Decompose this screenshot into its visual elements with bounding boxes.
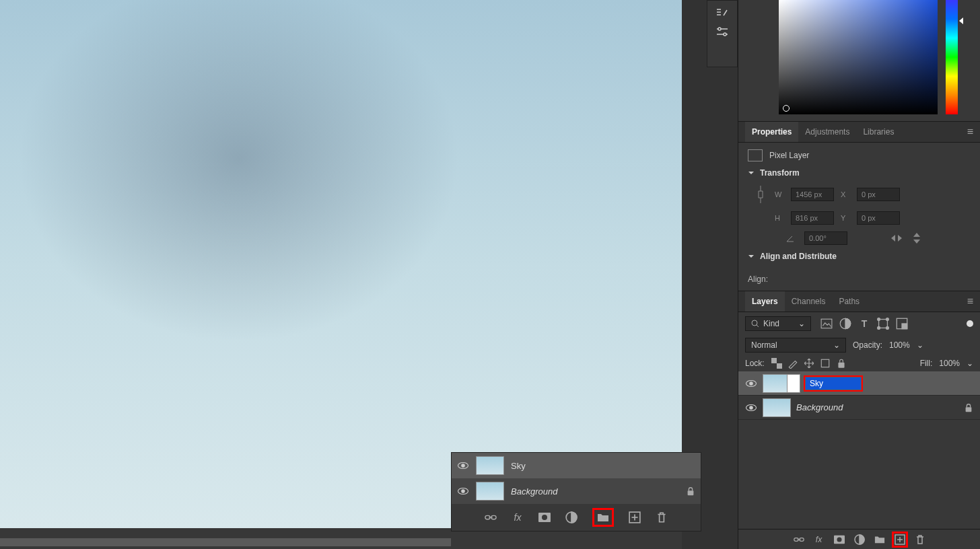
layer-thumbnail[interactable]	[476, 482, 504, 501]
svg-point-45	[837, 537, 841, 542]
link-wh-icon[interactable]	[756, 184, 765, 205]
hue-cursor[interactable]	[959, 17, 963, 24]
lock-move-icon[interactable]	[804, 358, 814, 369]
new-layer-icon[interactable]	[629, 511, 641, 523]
layer-name-label: Background	[511, 486, 557, 497]
color-field[interactable]	[779, 0, 938, 114]
svg-point-20	[724, 33, 726, 36]
folder-icon[interactable]	[597, 511, 609, 523]
lock-transparency-icon[interactable]	[771, 358, 782, 369]
layer-name-edit[interactable]	[806, 377, 861, 390]
visibility-icon[interactable]	[457, 486, 469, 496]
svg-rect-35	[838, 363, 844, 368]
panel-menu-icon[interactable]: ≡	[967, 295, 973, 307]
layer-row[interactable]	[738, 371, 980, 396]
layer-thumbnail[interactable]	[763, 398, 791, 417]
svg-rect-23	[821, 319, 832, 328]
adjustment-filter-icon[interactable]	[839, 318, 851, 330]
layer-row[interactable]: Sky	[452, 453, 701, 478]
svg-point-1	[462, 464, 465, 468]
width-label: W	[775, 190, 784, 198]
angle-icon	[785, 233, 795, 243]
trash-icon[interactable]	[656, 511, 668, 523]
opacity-value[interactable]: 100%	[889, 340, 910, 350]
svg-rect-31	[902, 324, 907, 329]
tab-libraries[interactable]: Libraries	[856, 122, 901, 142]
layer-row[interactable]: Background	[452, 478, 701, 504]
tab-properties[interactable]: Properties	[745, 122, 798, 142]
svg-point-28	[878, 327, 880, 330]
folder-icon[interactable]	[874, 534, 885, 545]
svg-point-9	[542, 515, 547, 520]
lock-label: Lock:	[745, 359, 765, 368]
mask-icon[interactable]	[834, 534, 845, 545]
trash-icon[interactable]	[915, 534, 925, 545]
tab-channels[interactable]: Channels	[785, 291, 833, 312]
layer-thumbnail[interactable]	[476, 456, 504, 475]
tab-paths[interactable]: Paths	[832, 291, 866, 312]
layer-type-icon	[748, 149, 763, 161]
filter-toggle[interactable]	[967, 320, 973, 327]
blend-row: Normal⌄ Opacity: 100% ⌄	[738, 335, 980, 355]
svg-rect-34	[821, 359, 829, 367]
canvas[interactable]	[0, 0, 682, 528]
pixel-filter-icon[interactable]	[820, 318, 833, 330]
fx-icon[interactable]: fx	[814, 534, 825, 545]
svg-point-29	[886, 327, 889, 330]
fill-value[interactable]: 100%	[939, 359, 960, 368]
visibility-icon[interactable]	[745, 403, 757, 412]
color-cursor[interactable]	[783, 105, 790, 112]
adjustment-icon[interactable]	[565, 511, 578, 523]
angle-input[interactable]	[804, 231, 847, 245]
layer-row[interactable]: Background	[738, 396, 980, 420]
visibility-icon[interactable]	[457, 461, 469, 470]
mask-icon[interactable]	[538, 511, 551, 523]
x-input[interactable]	[857, 188, 900, 201]
properties-body: Pixel Layer Transform W X H Y Align and	[738, 143, 980, 274]
flip-h-icon[interactable]	[890, 233, 903, 243]
svg-point-39	[750, 406, 753, 409]
tab-layers[interactable]: Layers	[745, 291, 785, 312]
canvas-scrollbar[interactable]	[0, 538, 451, 546]
svg-rect-32	[771, 358, 777, 363]
shape-filter-icon[interactable]	[877, 318, 889, 330]
align-label: Align:	[738, 274, 980, 291]
chevron-down-icon	[748, 170, 755, 176]
layer-mask-thumbnail[interactable]	[787, 374, 800, 393]
opacity-label: Opacity:	[853, 340, 882, 350]
new-layer-icon[interactable]	[895, 534, 905, 545]
layers-bottom-bar: fx	[738, 529, 980, 549]
svg-rect-25	[879, 320, 888, 328]
lock-all-icon[interactable]	[836, 358, 847, 369]
blend-mode-select[interactable]: Normal⌄	[745, 338, 846, 353]
adjustment-icon[interactable]	[854, 534, 865, 545]
kind-filter-select[interactable]: Kind ⌄	[745, 316, 811, 331]
height-input[interactable]	[791, 211, 834, 225]
hue-slider[interactable]	[946, 0, 958, 114]
type-filter-icon[interactable]: T	[858, 318, 870, 330]
link-icon[interactable]	[794, 534, 804, 545]
lock-paint-icon[interactable]	[788, 358, 798, 369]
brush-panel-icon[interactable]	[715, 7, 729, 18]
floating-layers-panel: Sky Background fx	[451, 452, 701, 532]
lock-artboard-icon[interactable]	[820, 358, 831, 369]
visibility-icon[interactable]	[745, 379, 757, 388]
transform-section-toggle[interactable]: Transform	[748, 168, 971, 178]
sliders-icon[interactable]	[715, 26, 729, 37]
fx-icon[interactable]: fx	[512, 511, 524, 523]
panel-menu-icon[interactable]: ≡	[967, 126, 973, 138]
flip-v-icon[interactable]	[912, 232, 921, 244]
layer-type-label: Pixel Layer	[769, 151, 809, 160]
layer-name-label: Background	[796, 402, 843, 412]
y-input[interactable]	[857, 211, 900, 225]
search-icon	[751, 320, 759, 328]
align-section-toggle[interactable]: Align and Distribute	[748, 252, 971, 261]
svg-point-3	[462, 490, 465, 493]
width-input[interactable]	[791, 188, 834, 201]
lock-icon	[964, 403, 973, 412]
tab-adjustments[interactable]: Adjustments	[798, 122, 856, 142]
smartobj-filter-icon[interactable]	[896, 318, 908, 330]
link-icon[interactable]	[485, 511, 497, 523]
layer-name-label: Sky	[511, 461, 526, 471]
svg-point-37	[750, 381, 753, 385]
